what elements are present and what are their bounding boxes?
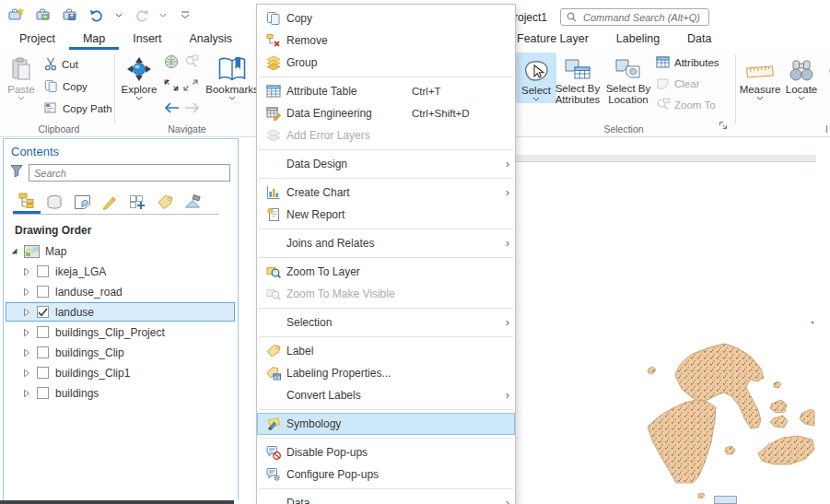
select-by-attributes-button[interactable]: Select By Attributes: [553, 53, 602, 105]
copy-path-button[interactable]: Copy Path: [44, 100, 112, 118]
layer-visibility-checkbox[interactable]: [37, 306, 49, 318]
tree-collapsed-icon[interactable]: [22, 369, 34, 378]
attribute-table-icon: [261, 84, 286, 99]
layer-visibility-checkbox[interactable]: [37, 265, 49, 277]
menu-item-create-chart[interactable]: Create Chart›: [257, 182, 515, 204]
filter-funnel-icon[interactable]: [10, 164, 23, 182]
tab-insert[interactable]: Insert: [119, 29, 175, 50]
bookmarks-button[interactable]: Bookmarks: [208, 53, 256, 100]
menu-item-add-error-layers[interactable]: Add Error Layers: [257, 124, 515, 147]
menu-item-convert-labels[interactable]: Convert Labels›: [257, 384, 515, 406]
menu-item-zoom-to-layer[interactable]: Zoom To Layer: [257, 261, 515, 283]
menu-item-copy[interactable]: Copy: [257, 7, 515, 29]
layer-visibility-checkbox[interactable]: [37, 326, 49, 338]
menu-item-data-engineering[interactable]: Data EngineeringCtrl+Shift+D: [257, 102, 515, 124]
layer-label: buildings: [55, 387, 99, 400]
save-project-icon[interactable]: [61, 6, 79, 23]
menu-item-zoom-to-make-visible[interactable]: Zoom To Make Visible: [257, 283, 515, 305]
tab-labeling[interactable]: Labeling: [602, 29, 673, 50]
redo-dropdown-icon[interactable]: [158, 13, 168, 18]
undo-icon[interactable]: [88, 6, 106, 23]
layer-row-ikeja_LGA[interactable]: ikeja_LGA: [6, 262, 235, 281]
measure-button[interactable]: Measure: [739, 53, 781, 100]
landuse-polygons: [648, 322, 814, 498]
layer-visibility-checkbox[interactable]: [37, 387, 49, 399]
drawing-order-heading: Drawing Order: [4, 215, 238, 241]
redo-icon[interactable]: [132, 6, 150, 23]
tree-collapsed-icon[interactable]: [22, 328, 34, 337]
menu-item-configure-popups[interactable]: Configure Pop-ups: [257, 463, 515, 486]
list-by-labeling-icon[interactable]: [151, 190, 179, 214]
layer-row-buildings[interactable]: buildings: [6, 383, 235, 403]
contents-listby-toolbar: [13, 190, 219, 215]
layer-row-landuse[interactable]: landuse: [6, 302, 235, 322]
menu-item-attribute-table[interactable]: Attribute TableCtrl+T: [257, 80, 515, 102]
menu-item-joins-and-relates[interactable]: Joins and Relates›: [257, 232, 515, 254]
menu-item-data-design[interactable]: Data Design›: [257, 153, 515, 175]
add-error-layers-icon: [261, 128, 286, 143]
cut-button[interactable]: Cut: [44, 55, 78, 74]
fixed-zoom-buttons[interactable]: [164, 76, 198, 95]
layer-row-map[interactable]: Map: [6, 241, 235, 261]
menu-item-group[interactable]: Group: [257, 52, 515, 74]
tree-collapsed-icon[interactable]: [22, 389, 34, 398]
tree-expanded-icon[interactable]: [10, 247, 22, 255]
locate-button[interactable]: Locate: [783, 53, 820, 100]
select-by-location-button[interactable]: Select By Location: [604, 53, 652, 105]
copy-button[interactable]: Copy: [44, 77, 88, 96]
layer-visibility-checkbox[interactable]: [37, 346, 49, 358]
list-by-perspective-icon[interactable]: [179, 190, 206, 214]
map-view[interactable]: [580, 304, 830, 504]
layer-row-buildings_Clip1[interactable]: buildings_Clip1: [6, 363, 235, 382]
menu-separator: [259, 488, 513, 489]
explore-button[interactable]: Explore: [120, 53, 158, 100]
layer-visibility-checkbox[interactable]: [37, 286, 49, 298]
full-extent-button[interactable]: [164, 53, 199, 72]
tab-data[interactable]: Data: [673, 29, 725, 50]
chevron-down-icon: [798, 96, 805, 100]
layer-row-buildings_Clip_Project[interactable]: buildings_Clip_Project: [6, 322, 235, 342]
tree-collapsed-icon[interactable]: [22, 267, 34, 276]
context-menu: CopyRemoveGroupAttribute TableCtrl+TData…: [256, 4, 516, 504]
menu-item-symbology[interactable]: Symbology: [257, 413, 515, 435]
paste-button[interactable]: Paste: [4, 53, 39, 100]
command-search-box[interactable]: [560, 8, 709, 26]
list-by-selection-icon[interactable]: [68, 190, 96, 214]
selection-dialog-launcher-icon[interactable]: [719, 117, 728, 134]
customize-quick-access-icon[interactable]: [176, 6, 194, 23]
forward-arrow-icon[interactable]: [184, 102, 200, 115]
tab-map[interactable]: Map: [69, 29, 119, 50]
menu-item-label[interactable]: Label: [257, 340, 515, 362]
menu-item-remove[interactable]: Remove: [257, 29, 515, 52]
select-button[interactable]: Select: [516, 53, 556, 103]
list-by-snapping-icon[interactable]: [123, 190, 151, 214]
tree-collapsed-icon[interactable]: [22, 308, 34, 317]
tab-feature-layer[interactable]: Feature Layer: [503, 29, 602, 50]
list-by-editing-icon[interactable]: [96, 190, 123, 214]
zoom-to-selection-button[interactable]: Zoom To: [656, 96, 716, 114]
menu-item-disable-popups[interactable]: Disable Pop-ups: [257, 441, 515, 463]
menu-item-labeling-properties[interactable]: Labeling Properties...: [257, 362, 515, 384]
list-by-data-source-icon[interactable]: [41, 190, 68, 214]
menu-item-selection[interactable]: Selection›: [257, 311, 515, 334]
menu-item-data[interactable]: Data›: [257, 492, 515, 504]
tab-analysis[interactable]: Analysis: [176, 29, 247, 50]
list-by-drawing-order-icon[interactable]: [13, 190, 41, 214]
menu-item-new-report[interactable]: New Report: [257, 204, 515, 226]
back-arrow-icon[interactable]: [164, 102, 180, 115]
clear-selection-button[interactable]: Clear: [656, 75, 699, 93]
undo-dropdown-icon[interactable]: [114, 13, 123, 18]
attributes-button[interactable]: Attributes: [656, 53, 719, 72]
infographics-button-partial[interactable]: In: [822, 53, 830, 95]
layer-row-landuse_road[interactable]: landuse_road: [6, 282, 235, 301]
new-project-icon[interactable]: [7, 6, 26, 23]
layer-row-buildings_Clip[interactable]: buildings_Clip: [6, 343, 235, 362]
open-project-icon[interactable]: [34, 6, 53, 23]
map-surround-element[interactable]: [714, 496, 737, 504]
contents-search-input[interactable]: [29, 164, 230, 182]
command-search-input[interactable]: [581, 11, 703, 24]
tab-project[interactable]: Project: [6, 29, 69, 50]
tree-collapsed-icon[interactable]: [22, 287, 34, 297]
layer-visibility-checkbox[interactable]: [37, 367, 49, 379]
tree-collapsed-icon[interactable]: [22, 348, 34, 357]
